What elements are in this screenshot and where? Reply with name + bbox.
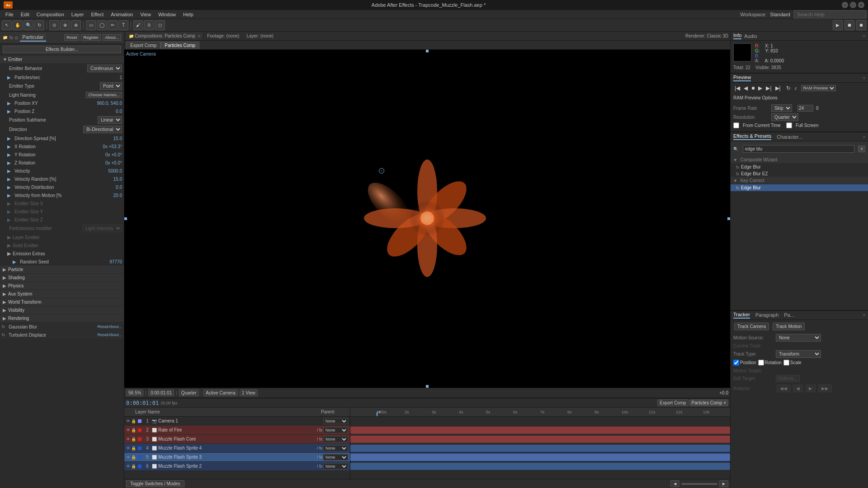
gaussian-blur-about[interactable]: About...: [108, 324, 122, 329]
register-button[interactable]: Register: [81, 34, 101, 41]
analyze-backward[interactable]: ◀◀: [777, 385, 790, 392]
particles-comp-tab[interactable]: Particles Comp: [160, 42, 199, 49]
resolution-select[interactable]: Quarter: [771, 113, 798, 121]
z-rotation-value[interactable]: 0x +0.0°: [86, 160, 122, 165]
position-subframe-select[interactable]: Linear: [98, 116, 122, 124]
gaussian-blur-reset[interactable]: Reset: [97, 324, 108, 329]
layer-row-2[interactable]: 👁 🔒 2 ⬜ Rate of Fire / fx None: [124, 426, 350, 435]
choose-names-button[interactable]: Choose Names...: [86, 92, 122, 98]
tracker-panel-menu[interactable]: ≡: [863, 313, 865, 317]
velocity-from-motion-value[interactable]: 20.0: [86, 193, 122, 198]
preview-stop[interactable]: ■: [750, 84, 756, 92]
toggle-switches-modes[interactable]: Toggle Switches / Modes: [126, 480, 184, 487]
timeline-zoom-in[interactable]: ►: [719, 480, 728, 487]
layer-row-1[interactable]: 👁 🔒 1 📷 Camera 1 None: [124, 417, 350, 426]
tab-particular[interactable]: Particular: [20, 33, 46, 42]
emitter-behavior-select[interactable]: Continuous: [87, 65, 122, 72]
menu-edit[interactable]: Edit: [17, 11, 33, 18]
preview-first-frame[interactable]: |◀: [733, 84, 741, 92]
layer-6-parent[interactable]: None: [323, 463, 348, 469]
audio-tab[interactable]: Audio: [744, 33, 757, 39]
particles-comp-tl-tab[interactable]: Particles Comp ×: [689, 399, 728, 406]
camera-select-btn[interactable]: Active Camera: [203, 389, 238, 396]
visibility-section[interactable]: ▶ Visibility: [0, 306, 124, 314]
preview-audio[interactable]: ♪: [793, 84, 798, 92]
maximize-button[interactable]: □: [850, 2, 856, 8]
tool-rect-mask[interactable]: ▭: [86, 20, 96, 30]
physics-section[interactable]: ▶ Physics: [0, 282, 124, 290]
menu-window[interactable]: Window: [155, 11, 179, 18]
particles-sec-value[interactable]: 1: [86, 75, 122, 80]
menu-effect[interactable]: Effect: [87, 11, 107, 18]
track-type-select[interactable]: Transform: [776, 350, 821, 358]
analyze-step-forward[interactable]: ▶: [806, 385, 816, 392]
preview-loop[interactable]: ↻: [785, 84, 792, 92]
direction-spread-value[interactable]: 15.0: [86, 136, 122, 141]
close-button[interactable]: ×: [858, 2, 864, 8]
rotation-checkbox[interactable]: [758, 360, 764, 366]
random-seed-value[interactable]: 97770: [86, 259, 122, 264]
preview-prev-frame[interactable]: ◀: [742, 84, 749, 92]
viewer-canvas[interactable]: Active Camera: [124, 50, 730, 388]
preview-tab[interactable]: Preview: [733, 75, 751, 81]
effects-presets-tab[interactable]: Effects & Presets: [733, 133, 771, 140]
menu-view[interactable]: View: [137, 11, 155, 18]
layer-4-parent[interactable]: None: [323, 445, 348, 451]
analyze-forward[interactable]: ▶▶: [818, 385, 832, 392]
tool-select[interactable]: ↖: [2, 20, 12, 30]
timeline-zoom-slider[interactable]: [681, 483, 717, 485]
shading-section[interactable]: ▶ Shading: [0, 274, 124, 282]
tool-brush[interactable]: 🖌: [133, 20, 143, 30]
edit-target-options[interactable]: Options...: [776, 375, 800, 382]
layer-row-4[interactable]: 👁 🔒 4 ⬜ Muzzle Flash Sprite 4 / fx None: [124, 444, 350, 453]
position-checkbox[interactable]: [733, 360, 739, 366]
quality-btn[interactable]: Quarter: [179, 389, 199, 396]
character-tab[interactable]: Character...: [777, 134, 802, 140]
menu-file[interactable]: File: [2, 11, 17, 18]
x-rotation-value[interactable]: 0x +53.3°: [86, 144, 122, 149]
edge-blur-ez-item[interactable]: fx Edge Blur EZ: [731, 170, 868, 177]
layer-row-5[interactable]: 👁 🔒 5 ⬜ Muzzle Flash Sprite 3 / fx None: [124, 453, 350, 462]
tool-camera-orbit[interactable]: ⊙: [49, 20, 59, 30]
preview-play-btn[interactable]: ▶: [757, 84, 764, 92]
frame-rate-skip-select[interactable]: Skip: [771, 104, 792, 112]
menu-composition[interactable]: Composition: [33, 11, 68, 18]
preview-stop[interactable]: ⏹: [844, 20, 854, 30]
comp-breadcrumb-close[interactable]: ×: [198, 34, 200, 38]
edge-blur-item-2[interactable]: fx Edge Blur: [731, 184, 868, 191]
timeline-zoom-out[interactable]: ◄: [670, 480, 679, 487]
layer-row-6[interactable]: 👁 🔒 6 ⬜ Muzzle Flash Sprite 2 / fx None: [124, 462, 350, 471]
layer-row-3[interactable]: 👁 🔒 3 ⬜ Muzzle Flash Core / fx None: [124, 435, 350, 444]
current-time-btn[interactable]: 0:00:01:01: [148, 389, 174, 396]
paragraph-tab[interactable]: Paragraph: [755, 312, 778, 318]
full-screen-checkbox[interactable]: [786, 122, 792, 128]
preview-ram[interactable]: ⏺: [856, 20, 866, 30]
view-layout-btn[interactable]: 1 View: [240, 389, 258, 396]
particle-section[interactable]: ▶ Particle: [0, 266, 124, 274]
effects-search-clear[interactable]: ×: [858, 145, 865, 152]
tool-ellipse-mask[interactable]: ◯: [97, 20, 107, 30]
pa-tab[interactable]: Pa...: [784, 312, 794, 318]
turbulent-displace-about[interactable]: About...: [108, 333, 122, 337]
tool-rotate[interactable]: ↻: [34, 20, 44, 30]
tool-clone[interactable]: ⎘: [144, 20, 154, 30]
turbulent-displace-reset[interactable]: Reset: [97, 333, 108, 337]
tool-camera-dolly[interactable]: ⊗: [71, 20, 81, 30]
tracker-tab[interactable]: Tracker: [733, 312, 750, 319]
position-z-value[interactable]: 0.0: [86, 109, 122, 114]
emitter-section[interactable]: ▼ Emitter: [0, 56, 124, 64]
tool-camera-track[interactable]: ⊕: [60, 20, 70, 30]
layer-5-parent[interactable]: None: [323, 454, 348, 460]
effects-search-input[interactable]: [743, 145, 854, 153]
search-help-input[interactable]: [794, 10, 866, 19]
info-tab[interactable]: Info: [733, 33, 741, 39]
position-xy-value[interactable]: 960.0, 540.0: [86, 101, 122, 106]
preview-next-frame[interactable]: ▶|: [764, 84, 773, 92]
velocity-random-value[interactable]: 15.0: [86, 177, 122, 182]
menu-help[interactable]: Help: [179, 11, 197, 18]
layer-2-parent[interactable]: None: [323, 427, 348, 433]
export-comp-tl-tab[interactable]: Export Comp: [657, 399, 688, 406]
menu-layer[interactable]: Layer: [68, 11, 88, 18]
rendering-section[interactable]: ▶ Rendering: [0, 314, 124, 323]
tool-pen[interactable]: ✏: [108, 20, 118, 30]
